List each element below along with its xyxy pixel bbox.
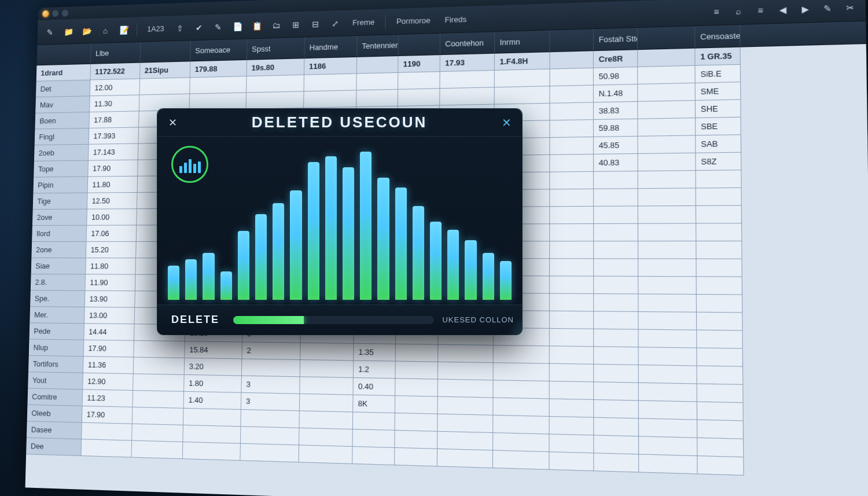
toolbar-btn-right-2[interactable]: ≡ [751, 1, 770, 20]
cell[interactable]: SAB [696, 135, 741, 153]
toolbar-btn-mid-1[interactable]: ✔ [190, 19, 208, 36]
row-label[interactable]: Yout [28, 372, 83, 390]
toolbar-btn-mid-8[interactable]: ⤢ [326, 14, 344, 32]
name-box[interactable]: 1A23 [141, 20, 170, 38]
cell[interactable] [438, 362, 494, 381]
cell[interactable]: 12.90 [83, 373, 133, 391]
cell[interactable] [304, 90, 356, 108]
cell[interactable] [594, 435, 639, 454]
row-label[interactable]: Comitre [27, 388, 83, 406]
cell[interactable]: 19s.80 [247, 58, 305, 76]
cell[interactable] [550, 399, 594, 417]
cell[interactable] [247, 91, 304, 109]
cell[interactable] [638, 259, 697, 277]
cell[interactable]: 59.88 [594, 119, 638, 137]
column-header[interactable]: Spsst [247, 38, 305, 60]
row-label[interactable]: Tope [34, 161, 89, 178]
column-header[interactable] [550, 29, 594, 52]
cell[interactable] [696, 188, 742, 206]
cell[interactable] [550, 224, 594, 241]
cell[interactable]: 12.00 [90, 79, 140, 96]
cell[interactable] [639, 401, 697, 420]
cell[interactable] [493, 398, 549, 417]
toolbar-label-frank[interactable]: Fireds [439, 10, 473, 29]
cell[interactable]: 1.35 [354, 344, 396, 362]
cell[interactable]: 17.90 [88, 160, 138, 177]
cell[interactable] [437, 414, 493, 433]
cell[interactable] [241, 410, 299, 428]
cell[interactable] [550, 51, 594, 69]
cell[interactable]: Cre8R [594, 50, 638, 68]
cell[interactable] [594, 400, 639, 418]
cell[interactable] [300, 394, 354, 413]
cell[interactable]: 17.393 [89, 127, 139, 144]
window-control-close[interactable] [42, 10, 49, 17]
cell[interactable] [495, 69, 550, 88]
cell[interactable] [594, 418, 639, 437]
cell[interactable]: 12.50 [87, 193, 138, 210]
cell[interactable] [550, 452, 594, 471]
toolbar-btn-left-1[interactable]: 📁 [60, 23, 77, 40]
cell[interactable] [550, 120, 594, 138]
window-control-max[interactable] [62, 10, 69, 17]
cell[interactable] [550, 259, 594, 276]
column-header[interactable]: Fostah Sttous [594, 28, 638, 50]
cell[interactable]: 1190 [398, 55, 440, 73]
row-label[interactable]: Spe. [30, 291, 85, 307]
cell[interactable] [638, 171, 696, 189]
cell[interactable]: 1.80 [184, 375, 242, 393]
cell[interactable] [550, 364, 594, 383]
cell[interactable] [437, 449, 493, 468]
cell[interactable] [438, 345, 494, 363]
cell[interactable] [594, 311, 638, 329]
cell[interactable] [638, 135, 696, 154]
column-header[interactable]: Handme [304, 36, 357, 58]
cell[interactable]: 11.36 [83, 357, 134, 374]
cell[interactable]: 13.90 [85, 291, 135, 308]
cell[interactable]: 1.2 [354, 361, 396, 379]
column-header[interactable] [141, 41, 191, 62]
cell[interactable]: 15.20 [86, 242, 137, 258]
cell[interactable] [696, 241, 742, 259]
cell[interactable] [133, 374, 185, 392]
cell[interactable] [395, 431, 437, 449]
cell[interactable] [594, 206, 638, 224]
cell[interactable] [437, 397, 493, 416]
cell[interactable]: 21Sipu [140, 61, 190, 79]
cell[interactable]: 38.83 [594, 102, 638, 120]
cell[interactable]: 3 [241, 393, 300, 412]
cell[interactable]: 8K [353, 395, 395, 413]
cell[interactable] [550, 102, 594, 120]
cell[interactable] [550, 329, 594, 347]
cell[interactable]: 0.40 [354, 378, 396, 396]
cell[interactable] [356, 90, 398, 107]
cell[interactable] [550, 294, 594, 312]
cell[interactable]: 40.83 [594, 154, 638, 172]
cell[interactable] [697, 295, 742, 313]
cell[interactable] [437, 432, 493, 451]
toolbar-btn-mid-5[interactable]: 🗂 [268, 16, 285, 34]
cell[interactable]: 1172.522 [90, 63, 140, 80]
cell[interactable] [352, 447, 395, 465]
row-label[interactable]: Tortifors [28, 356, 84, 373]
row-label[interactable]: Boen [35, 112, 90, 129]
row-label[interactable]: 2oeb [34, 145, 89, 161]
cell[interactable] [697, 420, 744, 439]
cell[interactable]: 1 GR.35 [695, 47, 741, 66]
cell[interactable] [550, 86, 594, 104]
cell[interactable]: 1.F4.8H [495, 52, 550, 71]
dialog-close-right-icon[interactable]: ✕ [498, 116, 515, 130]
cell[interactable] [594, 365, 638, 383]
toolbar-btn-right-1[interactable]: ⌕ [729, 1, 748, 20]
cell[interactable] [697, 366, 744, 385]
toolbar-btn-mid-7[interactable]: ⊟ [307, 15, 324, 33]
cell[interactable] [356, 73, 398, 90]
cell[interactable] [353, 429, 395, 448]
cell[interactable] [493, 451, 550, 470]
cell[interactable] [300, 377, 354, 395]
cell[interactable] [639, 365, 697, 384]
toolbar-btn-right-3[interactable]: ◀ [773, 0, 792, 19]
cell[interactable] [638, 49, 695, 67]
cell[interactable] [550, 189, 594, 207]
cell[interactable] [357, 56, 399, 74]
